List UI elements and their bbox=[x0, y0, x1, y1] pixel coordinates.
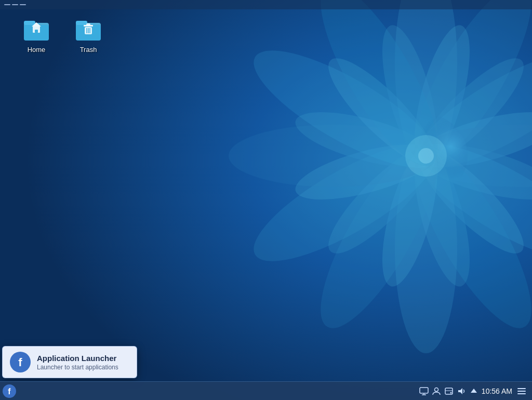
svg-marker-55 bbox=[471, 389, 477, 393]
tooltip-text-block: Application Launcher Launcher to start a… bbox=[37, 354, 118, 371]
desktop-background bbox=[0, 0, 532, 400]
desktop-icon-home[interactable]: Home bbox=[16, 15, 57, 54]
taskbar-launcher-button[interactable]: f bbox=[0, 382, 19, 401]
user-icon[interactable] bbox=[432, 386, 441, 396]
taskbar: f bbox=[0, 381, 532, 400]
trash-icon-label: Trash bbox=[80, 46, 97, 54]
tooltip-subtitle: Launcher to start applications bbox=[37, 364, 118, 371]
disk-icon[interactable] bbox=[444, 386, 454, 396]
home-folder-icon bbox=[22, 15, 51, 44]
taskbar-menu-button[interactable] bbox=[517, 386, 528, 396]
volume-icon[interactable] bbox=[457, 386, 466, 396]
svg-rect-29 bbox=[24, 21, 35, 25]
top-panel bbox=[0, 0, 532, 9]
svg-rect-51 bbox=[445, 388, 453, 394]
display-icon[interactable] bbox=[419, 386, 429, 396]
taskbar-right: 10:56 AM bbox=[419, 386, 532, 396]
tooltip-title: Application Launcher bbox=[37, 354, 118, 363]
home-icon-label: Home bbox=[28, 46, 46, 54]
clock-display[interactable]: 10:56 AM bbox=[482, 387, 512, 395]
svg-rect-47 bbox=[420, 388, 428, 393]
tooltip-popup: f Application Launcher Launcher to start… bbox=[2, 346, 137, 378]
tooltip-fedora-logo: f bbox=[10, 352, 31, 372]
svg-rect-35 bbox=[76, 21, 87, 25]
desktop-icon-trash[interactable]: Trash bbox=[68, 15, 109, 54]
fedora-launcher-icon: f bbox=[3, 384, 16, 398]
svg-point-27 bbox=[418, 148, 434, 164]
arrow-up-icon[interactable] bbox=[469, 386, 478, 396]
trash-folder-icon bbox=[74, 15, 103, 44]
svg-point-53 bbox=[450, 392, 451, 393]
svg-marker-54 bbox=[458, 388, 462, 394]
svg-point-50 bbox=[434, 388, 438, 391]
svg-rect-33 bbox=[35, 30, 38, 33]
svg-rect-38 bbox=[86, 23, 90, 25]
top-panel-menu[interactable] bbox=[4, 4, 26, 5]
desktop-icons: Home bbox=[16, 15, 109, 54]
svg-text:f: f bbox=[8, 387, 11, 396]
desktop: Home bbox=[0, 0, 532, 400]
